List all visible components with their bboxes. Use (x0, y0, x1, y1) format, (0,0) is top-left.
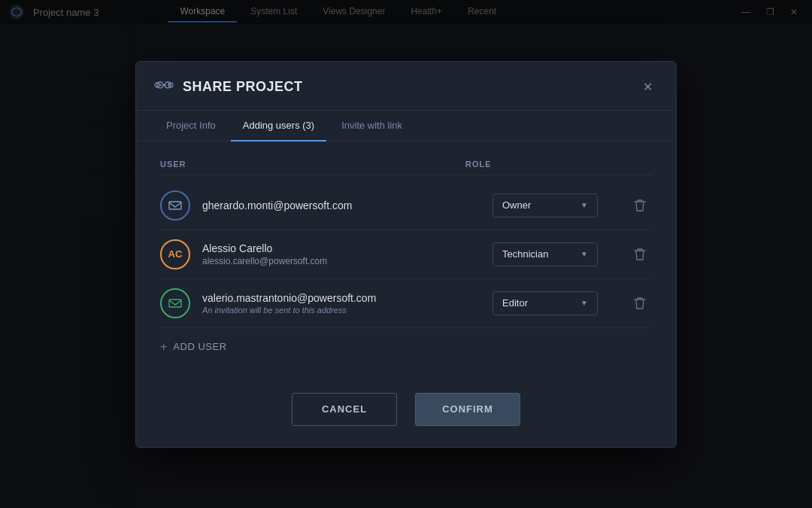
add-user-row[interactable]: + ADD USER (160, 328, 652, 360)
delete-user1-button[interactable] (628, 193, 652, 217)
modal-tabs: Project Info Adding users (3) Invite wit… (136, 111, 676, 141)
role-value-user1: Owner (502, 199, 531, 211)
role-dropdown-user2[interactable]: Technician ▼ (492, 242, 598, 266)
user-email-2: alessio.carello@powersoft.com (202, 256, 480, 266)
table-row: valerio.mastrantonio@powersoft.com An in… (160, 279, 652, 328)
user-info-3: valerio.mastrantonio@powersoft.com An in… (202, 292, 480, 315)
add-user-label: ADD USER (173, 341, 226, 352)
avatar-user2: AC (160, 239, 190, 269)
cancel-button[interactable]: CANCEL (292, 393, 397, 426)
role-value-user2: Technician (502, 248, 548, 260)
modal-header: SHARE PROJECT ✕ (136, 62, 676, 111)
tab-invite-link[interactable]: Invite with link (329, 111, 414, 141)
dropdown-arrow-icon: ▼ (580, 201, 588, 209)
confirm-button[interactable]: CONFIRM (415, 393, 520, 426)
user-name-2: Alessio Carello (202, 242, 480, 254)
role-value-user3: Editor (502, 297, 528, 309)
modal-footer: CANCEL CONFIRM (136, 378, 676, 447)
avatar-user3 (160, 288, 190, 318)
user-info-1: gherardo.monti@powersoft.com (202, 199, 480, 211)
tab-adding-users[interactable]: Adding users (3) (231, 111, 326, 141)
avatar-initials-2: AC (168, 248, 183, 260)
modal-overlay: SHARE PROJECT ✕ Project Info Adding user… (0, 0, 812, 508)
dropdown-arrow-icon: ▼ (580, 299, 588, 307)
share-icon (154, 78, 174, 97)
svg-rect-5 (169, 202, 181, 209)
svg-rect-6 (169, 300, 181, 307)
modal-close-button[interactable]: ✕ (637, 77, 658, 98)
col-user-header: USER (160, 160, 465, 169)
table-row: gherardo.monti@powersoft.com Owner ▼ (160, 181, 652, 230)
dropdown-arrow-icon: ▼ (580, 250, 588, 258)
user-email-1: gherardo.monti@powersoft.com (202, 199, 480, 211)
delete-user2-button[interactable] (628, 242, 652, 266)
delete-user3-button[interactable] (628, 291, 652, 315)
table-row: AC Alessio Carello alessio.carello@power… (160, 230, 652, 279)
user-info-2: Alessio Carello alessio.carello@powersof… (202, 242, 480, 266)
user-email-3: valerio.mastrantonio@powersoft.com (202, 292, 480, 304)
role-dropdown-user3[interactable]: Editor ▼ (492, 291, 598, 315)
tab-project-info[interactable]: Project Info (154, 111, 228, 141)
col-role-header: ROLE (465, 160, 616, 169)
modal-body: USER ROLE gherardo.monti@powersoft.com O… (136, 141, 676, 378)
share-project-modal: SHARE PROJECT ✕ Project Info Adding user… (135, 61, 677, 448)
user-invite-note-3: An invitation will be sent to this addre… (202, 306, 480, 315)
table-header: USER ROLE (160, 160, 652, 175)
modal-title: SHARE PROJECT (183, 79, 303, 95)
role-dropdown-user1[interactable]: Owner ▼ (492, 193, 598, 217)
avatar-user1 (160, 190, 190, 221)
add-user-plus-icon: + (160, 340, 167, 354)
